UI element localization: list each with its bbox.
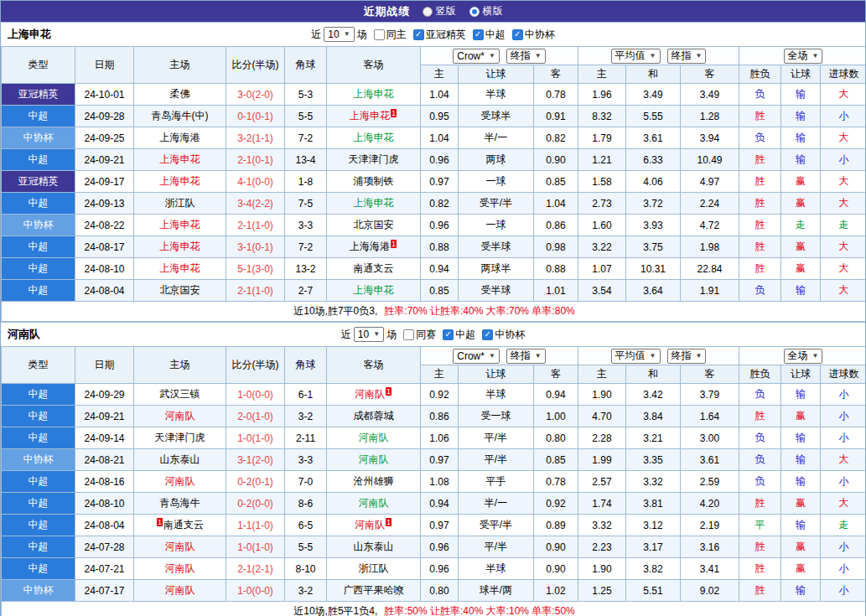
filter-checkbox[interactable]: ✓亚冠精英 xyxy=(413,28,466,42)
team-link[interactable]: 上海申花 xyxy=(160,241,200,252)
team-link[interactable]: 河南队 xyxy=(165,584,195,596)
home-team-cell: 北京国安 xyxy=(134,280,226,302)
team-link[interactable]: 上海海港 xyxy=(160,132,200,143)
euro-odds-time-select[interactable]: 终指▼ xyxy=(667,49,707,64)
team-link[interactable]: 河南队 xyxy=(165,475,195,487)
filter-checkbox[interactable]: 同赛 xyxy=(403,328,436,342)
team-link[interactable]: 河南队 xyxy=(165,562,195,574)
match-score[interactable]: 3-0(2-0) xyxy=(226,84,285,106)
team-link[interactable]: 青岛海牛(中) xyxy=(152,110,209,122)
recent-count-select[interactable]: 10▼ xyxy=(324,27,354,42)
team-link[interactable]: 山东泰山 xyxy=(354,541,394,552)
summary-rates: 胜率:70% 让胜率:40% 大率:70% 单率:80% xyxy=(384,305,574,317)
column-euro-2: 客 xyxy=(681,65,739,84)
team-link[interactable]: 浦项制铁 xyxy=(354,175,394,187)
team-link[interactable]: 南通支云 xyxy=(354,262,394,274)
corner-count: 3-3 xyxy=(285,449,327,471)
team-link[interactable]: 成都蓉城 xyxy=(354,410,394,422)
team-link[interactable]: 上海申花 xyxy=(160,262,200,274)
match-score[interactable]: 2-1(1-0) xyxy=(226,280,285,302)
team-link[interactable]: 山东泰山 xyxy=(160,453,200,465)
match-score[interactable]: 4-1(0-0) xyxy=(226,171,285,193)
filter-checkbox[interactable]: ✓中协杯 xyxy=(512,28,555,42)
team-link[interactable]: 河南队 xyxy=(355,388,385,400)
match-score[interactable]: 3-2(1-1) xyxy=(226,127,285,149)
euro-odds-source-select[interactable]: 平均值▼ xyxy=(611,49,661,64)
asian-odds-source-select[interactable]: Crow*▼ xyxy=(453,49,500,64)
corner-count: 5-5 xyxy=(285,536,327,558)
team-link[interactable]: 河南队 xyxy=(355,519,385,531)
match-score[interactable]: 2-1(0-1) xyxy=(226,149,285,171)
euro-odds-value: 3.79 xyxy=(681,384,739,406)
euro-odds-value: 3.41 xyxy=(681,558,739,580)
team-link[interactable]: 浙江队 xyxy=(165,197,195,209)
match-score[interactable]: 0-2(0-0) xyxy=(226,493,285,515)
team-link[interactable]: 上海申花 xyxy=(354,284,394,296)
filter-checkbox[interactable]: ✓中超 xyxy=(443,328,475,342)
match-score[interactable]: 3-1(0-1) xyxy=(226,236,285,258)
team-link[interactable]: 河南队 xyxy=(359,453,389,465)
goals-outcome: 大 xyxy=(821,84,866,106)
team-link[interactable]: 沧州雄狮 xyxy=(354,475,394,487)
euro-odds-value: 3.64 xyxy=(626,280,681,302)
layout-radio-horizontal[interactable]: 横版 xyxy=(469,4,503,18)
euro-odds-value: 1.96 xyxy=(578,84,626,106)
team-link[interactable]: 河南队 xyxy=(165,541,195,552)
odds-header-cell: Crow*▼终指▼ xyxy=(421,347,578,365)
team-link[interactable]: 广西平果哈嘹 xyxy=(344,584,404,596)
filter-checkbox[interactable]: ✓中超 xyxy=(473,28,506,42)
filter-checkbox[interactable]: ✓中协杯 xyxy=(482,328,525,342)
team-link[interactable]: 上海申花 xyxy=(354,88,394,100)
asian-odds-time-select[interactable]: 终指▼ xyxy=(506,349,546,364)
euro-odds-time-select[interactable]: 终指▼ xyxy=(667,349,707,364)
match-date: 24-09-25 xyxy=(75,127,134,149)
match-score[interactable]: 5-1(3-0) xyxy=(226,258,285,280)
team-link[interactable]: 上海申花 xyxy=(160,153,200,165)
team-link[interactable]: 北京国安 xyxy=(354,219,394,230)
match-scope-select[interactable]: 全场▼ xyxy=(784,49,823,64)
match-score[interactable]: 2-1(1-0) xyxy=(226,215,285,236)
euro-odds-source-select[interactable]: 平均值▼ xyxy=(611,349,661,364)
match-score[interactable]: 1-0(1-0) xyxy=(226,427,285,449)
asian-odds-time-select[interactable]: 终指▼ xyxy=(506,49,546,64)
match-score[interactable]: 2-1(2-1) xyxy=(226,558,285,580)
team-link[interactable]: 河南队 xyxy=(359,497,389,509)
match-scope-select[interactable]: 全场▼ xyxy=(784,349,823,364)
match-score[interactable]: 3-1(2-0) xyxy=(226,449,285,471)
select-value: Crow* xyxy=(457,50,485,62)
match-score[interactable]: 1-0(0-0) xyxy=(226,580,285,602)
team-link[interactable]: 上海申花 xyxy=(350,110,390,122)
match-score[interactable]: 2-0(1-0) xyxy=(226,406,285,427)
team-link[interactable]: 上海申花 xyxy=(160,175,200,187)
match-score[interactable]: 1-0(0-0) xyxy=(226,384,285,406)
match-score[interactable]: 0-1(0-1) xyxy=(226,106,285,127)
team-link[interactable]: 河南队 xyxy=(165,410,195,422)
team-link[interactable]: 武汉三镇 xyxy=(160,388,200,400)
select-value: 终指 xyxy=(672,49,692,63)
team-link[interactable]: 南通支云 xyxy=(163,519,204,531)
recent-count-select[interactable]: 10▼ xyxy=(354,327,384,342)
layout-radio-vertical[interactable]: 竖版 xyxy=(423,4,456,18)
asian-odds-value: 平手 xyxy=(459,471,534,493)
home-team-cell: 河南队 xyxy=(134,471,226,493)
filter-checkbox[interactable]: 同主 xyxy=(374,28,407,42)
team-link[interactable]: 浙江队 xyxy=(359,562,389,574)
team-link[interactable]: 天津津门虎 xyxy=(349,153,399,165)
match-score[interactable]: 1-0(1-0) xyxy=(226,536,285,558)
euro-odds-value: 4.06 xyxy=(626,171,681,193)
match-score[interactable]: 0-2(0-1) xyxy=(226,471,285,493)
asian-odds-value: 0.96 xyxy=(421,558,459,580)
team-link[interactable]: 河南队 xyxy=(359,432,389,443)
team-link[interactable]: 上海海港 xyxy=(350,241,390,252)
team-link[interactable]: 上海申花 xyxy=(160,219,200,230)
corner-count: 7-5 xyxy=(285,193,327,215)
team-link[interactable]: 天津津门虎 xyxy=(155,432,205,443)
match-score[interactable]: 1-1(1-0) xyxy=(226,515,285,536)
asian-odds-source-select[interactable]: Crow*▼ xyxy=(453,349,500,364)
match-score[interactable]: 3-4(2-2) xyxy=(226,193,285,215)
team-link[interactable]: 上海申花 xyxy=(354,197,394,209)
team-link[interactable]: 柔佛 xyxy=(170,88,190,100)
team-link[interactable]: 青岛海牛 xyxy=(160,497,200,509)
team-link[interactable]: 北京国安 xyxy=(160,284,200,296)
team-link[interactable]: 上海申花 xyxy=(354,132,394,143)
